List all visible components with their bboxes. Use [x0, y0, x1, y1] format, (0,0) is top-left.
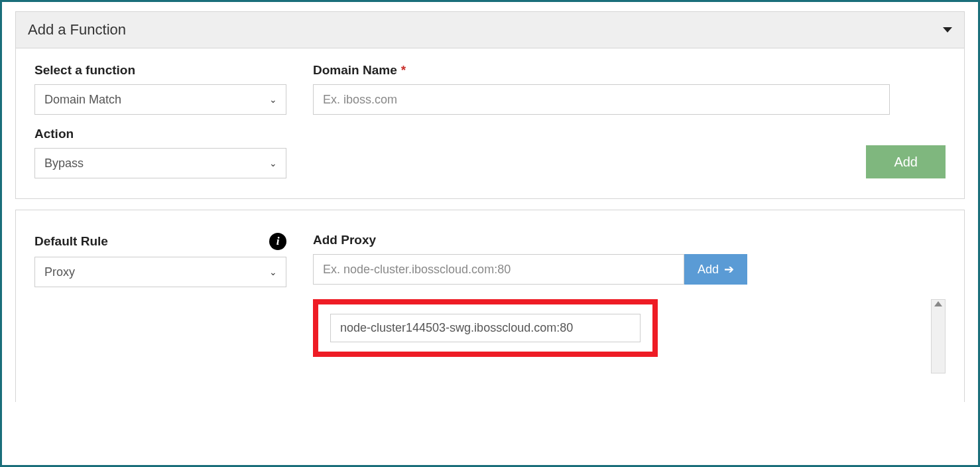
add-function-body: Select a function Domain Match ⌄ Domain …	[16, 48, 964, 198]
default-rule-label: Default Rule	[34, 234, 108, 249]
action-label: Action	[34, 127, 286, 141]
caret-down-icon	[943, 27, 952, 33]
proxy-panel-body: Default Rule i Proxy ⌄ Add Proxy	[16, 210, 964, 373]
arrow-right-icon: ➔	[724, 262, 734, 277]
panel-title: Add a Function	[28, 21, 126, 38]
add-proxy-input[interactable]	[313, 254, 684, 285]
required-star-icon: *	[401, 63, 406, 78]
info-icon: i	[269, 233, 286, 250]
add-function-header[interactable]: Add a Function	[16, 12, 964, 48]
add-proxy-label: Add Proxy	[313, 233, 946, 247]
select-function-dropdown[interactable]: Domain Match	[34, 84, 286, 115]
proxy-list-item[interactable]: node-cluster144503-swg.ibosscloud.com:80	[330, 314, 641, 342]
add-function-panel: Add a Function Select a function Domain …	[15, 11, 965, 199]
default-rule-dropdown[interactable]: Proxy	[34, 257, 286, 287]
scrollbar[interactable]	[931, 299, 946, 373]
highlight-annotation: node-cluster144503-swg.ibosscloud.com:80	[313, 299, 658, 357]
domain-name-label: Domain Name *	[313, 63, 890, 78]
select-function-label: Select a function	[34, 63, 286, 78]
action-dropdown[interactable]: Bypass	[34, 148, 286, 178]
scroll-up-icon	[934, 301, 942, 306]
proxy-panel: Default Rule i Proxy ⌄ Add Proxy	[15, 210, 965, 402]
add-proxy-button[interactable]: Add ➔	[684, 254, 747, 285]
add-function-button[interactable]: Add	[866, 145, 946, 178]
domain-name-input[interactable]	[313, 84, 890, 115]
